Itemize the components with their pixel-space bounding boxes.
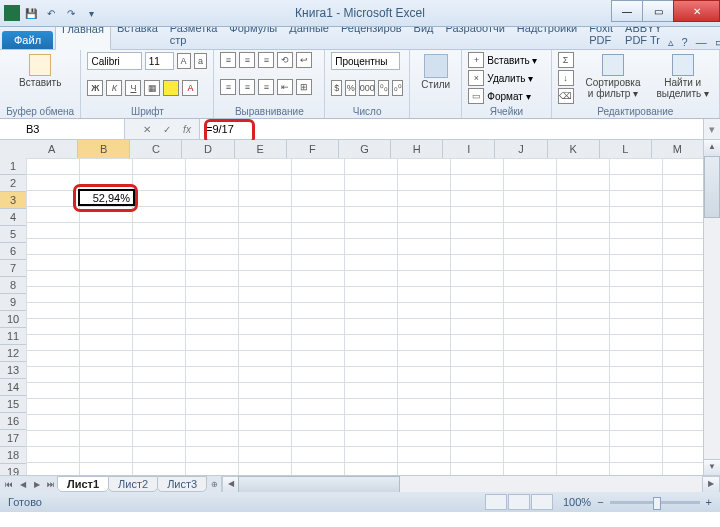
select-all-button[interactable] <box>0 140 27 159</box>
row-header-7[interactable]: 7 <box>0 260 26 277</box>
paste-button[interactable]: Вставить <box>6 52 74 90</box>
name-box[interactable]: B3 <box>0 119 125 139</box>
row-header-9[interactable]: 9 <box>0 294 26 311</box>
scroll-up-button[interactable]: ▲ <box>703 140 720 157</box>
col-header-I[interactable]: I <box>443 140 495 158</box>
sheet-tab-Лист3[interactable]: Лист3 <box>157 476 207 492</box>
cells-area[interactable]: 52,94% <box>26 158 704 476</box>
formula-input[interactable]: =9/17 <box>200 119 703 139</box>
insert-cells-button[interactable]: Вставить ▾ <box>487 55 537 66</box>
mdi-restore-icon[interactable]: ▭ <box>715 36 720 49</box>
column-headers[interactable]: ABCDEFGHIJKLM <box>26 140 704 159</box>
col-header-L[interactable]: L <box>600 140 652 158</box>
sheet-nav-first[interactable]: ⏮ <box>2 480 16 489</box>
decrease-font-button[interactable]: a <box>194 53 208 69</box>
font-color-button[interactable]: A <box>182 80 198 96</box>
active-cell[interactable]: 52,94% <box>78 189 135 206</box>
col-header-F[interactable]: F <box>287 140 339 158</box>
minimize-button[interactable]: — <box>611 0 643 22</box>
cancel-formula-button[interactable]: ✕ <box>139 124 155 135</box>
col-header-E[interactable]: E <box>235 140 287 158</box>
font-size-select[interactable]: 11 <box>145 52 174 70</box>
row-header-18[interactable]: 18 <box>0 447 26 464</box>
vscroll-thumb[interactable] <box>704 156 720 218</box>
col-header-K[interactable]: K <box>548 140 600 158</box>
hscroll-thumb[interactable] <box>238 476 400 492</box>
row-header-14[interactable]: 14 <box>0 379 26 396</box>
col-header-D[interactable]: D <box>182 140 234 158</box>
increase-decimal-button[interactable]: ⁰₀ <box>378 80 389 96</box>
col-header-J[interactable]: J <box>495 140 547 158</box>
help-icon[interactable]: ? <box>682 36 688 49</box>
sheet-nav-prev[interactable]: ◀ <box>16 480 30 489</box>
row-header-4[interactable]: 4 <box>0 209 26 226</box>
align-top-button[interactable]: ≡ <box>220 52 236 68</box>
insert-function-button[interactable]: fx <box>179 124 195 135</box>
qat-save-button[interactable]: 💾 <box>22 4 40 22</box>
decrease-decimal-button[interactable]: ₀⁰ <box>392 80 403 96</box>
col-header-H[interactable]: H <box>391 140 443 158</box>
qat-customize-button[interactable]: ▾ <box>82 4 100 22</box>
decrease-indent-button[interactable]: ⇤ <box>277 79 293 95</box>
scroll-right-button[interactable]: ▶ <box>702 476 720 492</box>
find-select-button[interactable]: Найти и выделить ▾ <box>652 52 713 101</box>
align-center-button[interactable]: ≡ <box>239 79 255 95</box>
percent-button[interactable]: % <box>345 80 356 96</box>
fill-color-button[interactable] <box>163 80 179 96</box>
clear-button[interactable]: ⌫ <box>558 88 574 104</box>
row-header-8[interactable]: 8 <box>0 277 26 294</box>
col-header-G[interactable]: G <box>339 140 391 158</box>
autosum-button[interactable]: Σ <box>558 52 574 68</box>
zoom-thumb[interactable] <box>653 497 661 510</box>
ribbon-minimize-icon[interactable]: ▵ <box>668 36 674 49</box>
align-left-button[interactable]: ≡ <box>220 79 236 95</box>
align-bottom-button[interactable]: ≡ <box>258 52 274 68</box>
new-sheet-button[interactable]: ⊕ <box>207 480 221 489</box>
col-header-M[interactable]: M <box>652 140 704 158</box>
orientation-button[interactable]: ⟲ <box>277 52 293 68</box>
row-header-1[interactable]: 1 <box>0 158 26 175</box>
worksheet-grid[interactable]: ABCDEFGHIJKLM 12345678910111213141516171… <box>0 140 720 492</box>
delete-cells-button[interactable]: Удалить ▾ <box>487 73 533 84</box>
font-name-select[interactable]: Calibri <box>87 52 141 70</box>
zoom-in-button[interactable]: + <box>706 496 712 508</box>
page-layout-view-button[interactable] <box>508 494 530 510</box>
qat-undo-button[interactable]: ↶ <box>42 4 60 22</box>
row-header-13[interactable]: 13 <box>0 362 26 379</box>
sheet-nav-next[interactable]: ▶ <box>30 480 44 489</box>
row-header-16[interactable]: 16 <box>0 413 26 430</box>
row-header-5[interactable]: 5 <box>0 226 26 243</box>
merge-button[interactable]: ⊞ <box>296 79 312 95</box>
align-right-button[interactable]: ≡ <box>258 79 274 95</box>
row-header-6[interactable]: 6 <box>0 243 26 260</box>
format-cells-button[interactable]: Формат ▾ <box>487 91 530 102</box>
zoom-slider[interactable] <box>610 501 700 504</box>
number-format-select[interactable]: Процентны <box>331 52 400 70</box>
row-header-17[interactable]: 17 <box>0 430 26 447</box>
col-header-C[interactable]: C <box>130 140 182 158</box>
col-header-B[interactable]: B <box>78 140 130 158</box>
horizontal-scrollbar[interactable]: ◀ ▶ <box>221 476 720 492</box>
row-header-2[interactable]: 2 <box>0 175 26 192</box>
zoom-out-button[interactable]: − <box>597 496 603 508</box>
italic-button[interactable]: К <box>106 80 122 96</box>
sheet-tab-Лист1[interactable]: Лист1 <box>57 476 109 492</box>
zoom-level[interactable]: 100% <box>563 496 591 508</box>
sort-filter-button[interactable]: Сортировка и фильтр ▾ <box>582 52 645 101</box>
fill-button[interactable]: ↓ <box>558 70 574 86</box>
page-break-view-button[interactable] <box>531 494 553 510</box>
expand-formula-bar-button[interactable]: ▾ <box>703 119 720 139</box>
align-middle-button[interactable]: ≡ <box>239 52 255 68</box>
normal-view-button[interactable] <box>485 494 507 510</box>
row-header-3[interactable]: 3 <box>0 192 26 209</box>
row-header-10[interactable]: 10 <box>0 311 26 328</box>
sheet-nav-last[interactable]: ⏭ <box>44 480 58 489</box>
styles-button[interactable]: Стили <box>416 52 455 92</box>
row-header-15[interactable]: 15 <box>0 396 26 413</box>
underline-button[interactable]: Ч <box>125 80 141 96</box>
row-headers[interactable]: 123456789101112131415161718192021 <box>0 158 27 476</box>
col-header-A[interactable]: A <box>26 140 78 158</box>
border-button[interactable]: ▦ <box>144 80 160 96</box>
qat-redo-button[interactable]: ↷ <box>62 4 80 22</box>
currency-button[interactable]: $ <box>331 80 342 96</box>
